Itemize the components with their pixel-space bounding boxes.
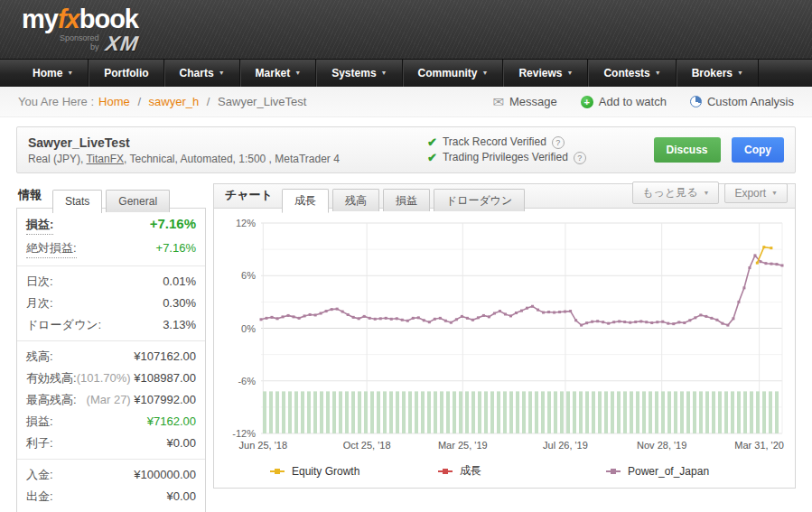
stat-row: 最高残高:(Mar 27) ¥107992.00 bbox=[26, 389, 196, 411]
stat-value: ¥100000.00 bbox=[134, 468, 196, 481]
chart-tab-損益[interactable]: 損益 bbox=[383, 189, 430, 211]
stat-value: ¥7162.00 bbox=[147, 414, 196, 428]
stat-value: ¥0.00 bbox=[166, 436, 196, 450]
account-summary-box: Sawyer_LiveTest Real (JPY), TitanFX, Tec… bbox=[16, 126, 796, 173]
legend-marker-icon bbox=[270, 470, 285, 472]
stat-row: 入金:¥100000.00 bbox=[26, 464, 196, 486]
top-banner: myfxbook Sponsoredby XM bbox=[0, 0, 812, 59]
chevron-down-icon: ▼ bbox=[381, 70, 387, 76]
verified-label: Track Record Verified bbox=[443, 135, 546, 150]
chart-panel-title: チャート bbox=[221, 187, 282, 208]
sponsored-by-label: Sponsoredby bbox=[60, 33, 99, 52]
broker-link[interactable]: TitanFX bbox=[86, 153, 124, 165]
stat-row: 損益:¥7162.00 bbox=[26, 411, 196, 433]
plus-icon: + bbox=[581, 96, 593, 108]
stat-row: 損益:+7.16% bbox=[26, 213, 196, 237]
legend-label: 成長 bbox=[460, 463, 481, 479]
envelope-icon: ✉ bbox=[492, 94, 504, 110]
logo-text-book: book bbox=[79, 5, 138, 33]
more-button[interactable]: もっと見る ▼ bbox=[632, 182, 719, 204]
nav-item-label: Reviews bbox=[518, 67, 562, 79]
legend-item-equity-growth[interactable]: Equity Growth bbox=[270, 463, 438, 479]
nav-item-market[interactable]: Market▼ bbox=[240, 60, 317, 87]
tab-General[interactable]: General bbox=[106, 190, 170, 212]
stats-sidebar: 情報 StatsGeneral 損益:+7.16%絶対損益:+7.16%日次:0… bbox=[16, 183, 206, 512]
nav-item-label: Systems bbox=[331, 67, 376, 79]
svg-text:Jul 26, '19: Jul 26, '19 bbox=[543, 440, 588, 451]
verified-badge: ✔Trading Privileges Verified? bbox=[427, 150, 654, 165]
custom-analysis-button[interactable]: Custom Analysis bbox=[690, 95, 794, 108]
stat-row: 月次:0.30% bbox=[26, 293, 196, 314]
stat-label: 損益: bbox=[26, 217, 53, 235]
breadcrumb-link-sawyer_h[interactable]: sawyer_h bbox=[149, 95, 200, 108]
stat-value: (101.70%) ¥108987.00 bbox=[77, 371, 196, 385]
svg-text:12%: 12% bbox=[236, 218, 256, 228]
stat-row: 有効残高:(101.70%) ¥108987.00 bbox=[26, 368, 196, 389]
stat-label: 利子: bbox=[26, 435, 53, 451]
message-button[interactable]: ✉ Message bbox=[492, 94, 556, 110]
breadcrumb: Home / sawyer_h / Sawyer_LiveTest bbox=[94, 95, 306, 108]
stat-row: 日次:0.01% bbox=[26, 271, 196, 293]
analysis-clock-icon bbox=[690, 96, 702, 107]
export-button[interactable]: Export ▼ bbox=[724, 183, 788, 203]
tab-Stats[interactable]: Stats bbox=[52, 190, 102, 213]
svg-text:Nov 28, '19: Nov 28, '19 bbox=[637, 440, 686, 451]
nav-item-reviews[interactable]: Reviews▼ bbox=[503, 60, 588, 87]
account-actions: Discuss Copy bbox=[654, 137, 784, 163]
stat-value: +7.16% bbox=[156, 241, 196, 255]
copy-button[interactable]: Copy bbox=[732, 137, 784, 163]
legend-item--[interactable]: 成長 bbox=[438, 463, 606, 479]
svg-text:-12%: -12% bbox=[232, 428, 256, 439]
svg-text:-6%: -6% bbox=[238, 376, 256, 386]
logo-text-fx: fx bbox=[58, 5, 79, 33]
breadcrumb-prefix: You Are Here : bbox=[18, 95, 94, 108]
myfxbook-logo[interactable]: myfxbook Sponsoredby XM bbox=[22, 5, 138, 52]
chart-tab-ドローダウン[interactable]: ドローダウン bbox=[434, 189, 525, 211]
discuss-button[interactable]: Discuss bbox=[654, 137, 721, 163]
stat-value: (Mar 27) ¥107992.00 bbox=[87, 393, 196, 406]
breadcrumb-current: Sawyer_LiveTest bbox=[218, 95, 306, 108]
stat-value: 0.01% bbox=[163, 275, 196, 288]
chart-tab-成長[interactable]: 成長 bbox=[282, 189, 329, 213]
chevron-down-icon: ▼ bbox=[67, 70, 73, 76]
stat-row: 残高:¥107162.00 bbox=[26, 346, 196, 368]
stat-value: +7.16% bbox=[150, 216, 196, 231]
nav-item-portfolio[interactable]: Portfolio bbox=[89, 60, 163, 87]
stat-label: 最高残高: bbox=[26, 392, 77, 408]
sidebar-title: 情報 bbox=[16, 187, 52, 208]
chevron-down-icon: ▼ bbox=[771, 190, 778, 196]
breadcrumb-link-home[interactable]: Home bbox=[98, 95, 130, 108]
stat-label: 絶対損益: bbox=[26, 240, 77, 258]
nav-item-label: Community bbox=[418, 67, 478, 79]
nav-item-label: Portfolio bbox=[104, 67, 148, 79]
nav-item-charts[interactable]: Charts▼ bbox=[164, 60, 240, 87]
stat-label: 日次: bbox=[26, 274, 53, 290]
breadcrumb-separator: / bbox=[203, 95, 213, 108]
add-to-watch-button[interactable]: + Add to watch bbox=[581, 95, 667, 108]
svg-text:Oct 25, '18: Oct 25, '18 bbox=[343, 440, 391, 451]
nav-item-brokers[interactable]: Brokers▼ bbox=[677, 60, 759, 87]
help-icon[interactable]: ? bbox=[574, 152, 586, 164]
nav-item-systems[interactable]: Systems▼ bbox=[316, 60, 402, 87]
svg-text:6%: 6% bbox=[241, 270, 256, 281]
nav-item-community[interactable]: Community▼ bbox=[403, 60, 504, 87]
xm-logo[interactable]: XM bbox=[104, 34, 139, 52]
stat-row: 利子:¥0.00 bbox=[26, 433, 196, 454]
stat-row: 出金:¥0.00 bbox=[26, 486, 196, 507]
nav-item-label: Charts bbox=[180, 67, 214, 79]
legend-marker-icon bbox=[438, 470, 453, 472]
chevron-down-icon: ▼ bbox=[737, 70, 743, 76]
nav-item-contests[interactable]: Contests▼ bbox=[588, 60, 676, 87]
nav-item-home[interactable]: Home▼ bbox=[18, 60, 89, 87]
growth-chart: 12%6%0%-6%-12%Jun 25, '18Oct 25, '18Mar … bbox=[219, 214, 788, 456]
legend-item-power-of-japan[interactable]: Power_of_Japan bbox=[606, 463, 774, 479]
stat-row: 絶対損益:+7.16% bbox=[26, 237, 196, 261]
stat-value: ¥0.00 bbox=[166, 489, 196, 503]
svg-text:Mar 25, '19: Mar 25, '19 bbox=[438, 440, 488, 451]
help-icon[interactable]: ? bbox=[552, 136, 565, 149]
chart-tab-残高[interactable]: 残高 bbox=[332, 189, 379, 211]
nav-item-label: Market bbox=[256, 67, 291, 79]
chevron-down-icon: ▼ bbox=[482, 70, 489, 76]
account-subtitle: Real (JPY), TitanFX, Technical, Automate… bbox=[28, 153, 427, 165]
stats-panel-body: 損益:+7.16%絶対損益:+7.16%日次:0.01%月次:0.30%ドローダ… bbox=[16, 208, 206, 512]
